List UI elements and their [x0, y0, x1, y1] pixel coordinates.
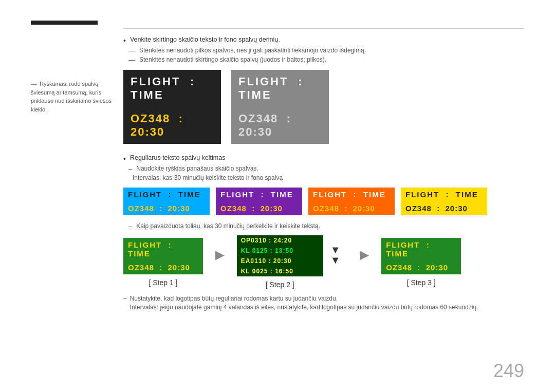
step-3-card: FLIGHT : TIME OZ348 : 20:30: [381, 238, 461, 274]
bullet-section-1: • Venkite skirtingo skaičio teksto ir fo…: [123, 36, 524, 64]
small-card-yellow: FLIGHT : TIME OZ348 : 20:30: [401, 188, 487, 215]
small-card-cyan-body: OZ348 : 20:30: [123, 201, 210, 215]
dash-text-4: Intervalas: kas 30 minučių keiskite teks…: [133, 174, 283, 181]
top-divider: [123, 28, 524, 29]
double-down-arrows: ▼ ▼: [323, 245, 348, 279]
small-card-orange-header: FLIGHT : TIME: [308, 188, 395, 201]
bullet-text-1: Venkite skirtingo skaičio teksto ir fono…: [130, 36, 280, 43]
bullet-text-2: Reguliarus teksto spalvų keitimas: [130, 154, 226, 161]
bullet-item-1: • Venkite skirtingo skaičio teksto ir fo…: [123, 36, 524, 45]
large-cards-row: FLIGHT : TIME OZ348 : 20:30 FLIGHT : TIM…: [123, 70, 524, 144]
bottom-dash-text-1: Nustatykite, kad logotipas būtų reguliar…: [130, 295, 338, 302]
bullet-section-2: • Reguliarus teksto spalvų keitimas – Na…: [123, 154, 524, 181]
small-card-yellow-body: OZ348 : 20:30: [401, 201, 487, 215]
main-content: • Venkite skirtingo skaičio teksto ir fo…: [123, 36, 524, 312]
dash-item-5: – Kaip pavaizduota toliau, kas 30 minuči…: [123, 222, 524, 230]
bottom-dash-text-2: Intervalas: jeigu naudojate gaminį 4 val…: [130, 304, 478, 311]
bottom-dash-item-1: – Nustatykite, kad logotipas būtų reguli…: [123, 295, 524, 302]
dash-item-4: Intervalas: kas 30 minučių keiskite teks…: [123, 174, 524, 181]
step-1-label: [ Step 1 ]: [149, 278, 177, 287]
bullet-item-2: • Reguliarus teksto spalvų keitimas: [123, 154, 524, 163]
bullet-dot-1: •: [123, 36, 126, 45]
dash-text-5: Kaip pavaizduota toliau, kas 30 minučių …: [136, 222, 320, 230]
dash-mark-3: –: [128, 165, 132, 173]
scroll-row-1: OP0310 : 24:20: [237, 235, 323, 246]
dash-item-1: — Stenkitės nenaudoti pilkos spalvos, ne…: [123, 47, 524, 54]
dash-item-2: — Stenkitės nenaudoti skirtingo skaičio …: [123, 56, 524, 64]
step-3-card-header: FLIGHT : TIME: [381, 238, 461, 260]
dash-text-1: Stenkitės nenaudoti pilkos spalvos, nes …: [139, 47, 366, 54]
step-1-card-body: OZ348 : 20:30: [123, 260, 203, 274]
step-3-label: [ Step 3 ]: [407, 278, 436, 287]
step-1-card: FLIGHT : TIME OZ348 : 20:30: [123, 238, 203, 274]
down-arrow-1-icon: ▼: [330, 245, 341, 255]
dash-text-2: Stenkitės nenaudoti skirtingo skaičio sp…: [139, 56, 326, 63]
step-2-card: OP0310 : 24:20 KL 0125 : 13:50 EA0110 : …: [237, 235, 323, 276]
step-2-label: [ Step 2 ]: [266, 281, 294, 289]
small-card-purple-header: FLIGHT : TIME: [216, 188, 302, 201]
sidebar-note: — Ryškumas: rodo spalvų šviesumą ar tams…: [31, 80, 116, 114]
large-card-dark-body: OZ348 : 20:30: [123, 107, 221, 144]
left-bar-decoration: [31, 21, 98, 25]
dash-mark-5: –: [128, 222, 132, 230]
small-card-orange-body: OZ348 : 20:30: [308, 201, 395, 215]
sidebar-dash: —: [31, 80, 36, 88]
small-card-purple-body: OZ348 : 20:30: [216, 201, 302, 215]
small-card-purple: FLIGHT : TIME OZ348 : 20:30: [216, 188, 302, 215]
step-3-card-body: OZ348 : 20:30: [381, 260, 461, 274]
bullet-dot-2: •: [123, 155, 126, 163]
sidebar-note-text: Ryškumas: rodo spalvų šviesumą ar tamsum…: [31, 81, 112, 113]
large-card-dark-header: FLIGHT : TIME: [123, 70, 221, 107]
arrow-2: ►: [348, 246, 382, 278]
steps-row: FLIGHT : TIME OZ348 : 20:30 [ Step 1 ] ►…: [123, 235, 524, 289]
scroll-row-3: EA0110 : 20:30: [237, 256, 323, 266]
small-cards-row: FLIGHT : TIME OZ348 : 20:30 FLIGHT : TIM…: [123, 188, 524, 215]
dash-mark-2: —: [128, 56, 135, 64]
page-number: 249: [493, 360, 524, 382]
small-card-yellow-header: FLIGHT : TIME: [401, 188, 487, 201]
dash-item-3: – Naudokite ryškias panašaus skaičio spa…: [123, 165, 524, 173]
small-card-cyan-header: FLIGHT : TIME: [123, 188, 210, 201]
large-card-dark: FLIGHT : TIME OZ348 : 20:30: [123, 70, 221, 144]
dash-mark-1: —: [128, 47, 135, 54]
small-card-orange: FLIGHT : TIME OZ348 : 20:30: [308, 188, 395, 215]
large-card-gray: FLIGHT : TIME OZ348 : 20:30: [231, 70, 329, 144]
step-3-block: FLIGHT : TIME OZ348 : 20:30 [ Step 3 ]: [381, 238, 461, 287]
arrow-1: ►: [203, 246, 237, 278]
small-card-cyan: FLIGHT : TIME OZ348 : 20:30: [123, 188, 210, 215]
scroll-row-2: KL 0125 : 13:50: [237, 246, 323, 256]
bottom-dash-item-2: – Intervalas: jeigu naudojate gaminį 4 v…: [123, 304, 524, 311]
large-card-gray-body: OZ348 : 20:30: [231, 107, 329, 144]
large-card-gray-header: FLIGHT : TIME: [231, 70, 329, 107]
step-2-block: OP0310 : 24:20 KL 0125 : 13:50 EA0110 : …: [237, 235, 323, 289]
down-arrow-2-icon: ▼: [330, 255, 341, 265]
dash-text-3: Naudokite ryškias panašaus skaičio spalv…: [136, 165, 258, 172]
arrow-right-2-icon: ►: [357, 246, 373, 264]
bottom-dash-mark-1: –: [123, 295, 127, 302]
arrow-right-icon: ►: [212, 246, 228, 264]
step-1-card-header: FLIGHT : TIME: [123, 238, 203, 260]
step-1-block: FLIGHT : TIME OZ348 : 20:30 [ Step 1 ]: [123, 238, 203, 287]
scroll-row-4: KL 0025 : 16:50: [237, 266, 323, 276]
bottom-notes: – Nustatykite, kad logotipas būtų reguli…: [123, 295, 524, 311]
